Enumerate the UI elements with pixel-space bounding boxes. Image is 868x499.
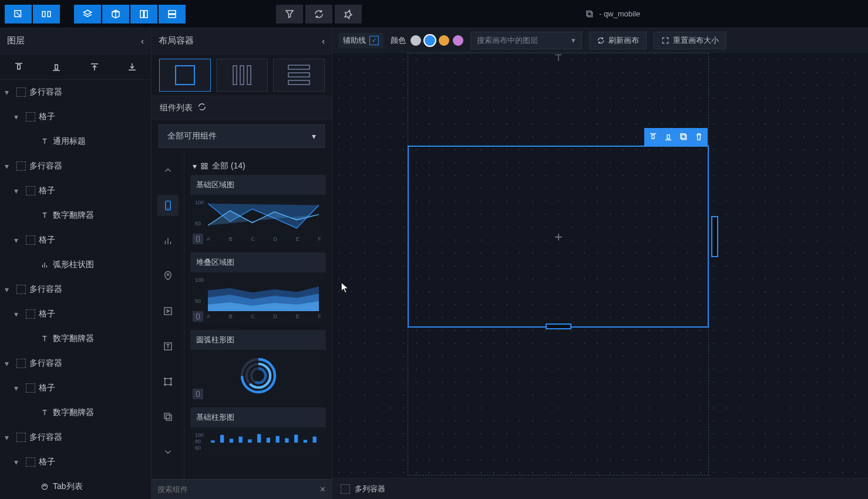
layer-item[interactable]: 通用标题 bbox=[0, 129, 151, 154]
toolbar-btn-refresh[interactable] bbox=[305, 5, 332, 23]
layer-label: 多行容器 bbox=[29, 161, 62, 171]
component-group-header[interactable]: ▾ 全部 (14) bbox=[190, 157, 326, 175]
cat-frame-icon[interactable] bbox=[157, 371, 179, 392]
svg-rect-35 bbox=[205, 163, 207, 166]
sel-align-top-icon[interactable] bbox=[648, 132, 658, 142]
layer-item[interactable]: ▾格子 bbox=[0, 302, 151, 326]
svg-point-31 bbox=[170, 384, 171, 385]
layer-item[interactable]: ▾格子 bbox=[0, 376, 151, 400]
tab-icon bbox=[40, 482, 49, 491]
component-card-bar-basic[interactable]: 基础柱形图 1008060 bbox=[190, 407, 326, 456]
components-filter-dropdown[interactable]: 全部可用组件 ▾ bbox=[159, 124, 325, 148]
toolbar-btn-filter[interactable] bbox=[276, 5, 303, 23]
toolbar-btn-edit[interactable] bbox=[5, 5, 32, 23]
svg-rect-33 bbox=[166, 415, 171, 420]
sel-copy-icon[interactable] bbox=[678, 132, 689, 142]
color-swatch[interactable] bbox=[411, 35, 421, 46]
cat-mobile-icon[interactable] bbox=[157, 195, 179, 216]
layer-label: 多行容器 bbox=[29, 284, 62, 295]
cat-chart-icon[interactable] bbox=[157, 230, 179, 251]
text-icon bbox=[40, 334, 49, 343]
cat-media-icon[interactable] bbox=[157, 301, 179, 322]
layer-item[interactable]: 数字翻牌器 bbox=[0, 326, 151, 351]
refresh-components-icon[interactable] bbox=[197, 102, 207, 113]
layer-label: 多行容器 bbox=[29, 432, 62, 443]
layer-item[interactable]: ▾多行容器 bbox=[0, 351, 151, 376]
toolbar-btn-cube[interactable] bbox=[102, 5, 129, 23]
aux-lines-toggle[interactable]: 辅助线 bbox=[338, 33, 383, 48]
layer-label: 多行容器 bbox=[29, 358, 62, 369]
component-search-input[interactable] bbox=[157, 485, 319, 494]
canvas-stage[interactable]: ⊤ ＋ bbox=[332, 53, 868, 478]
grid-icon bbox=[200, 162, 208, 170]
color-swatch[interactable] bbox=[439, 35, 449, 46]
text-icon bbox=[40, 211, 49, 220]
component-card-arc-bar[interactable]: 圆弧柱形图 bbox=[190, 330, 326, 402]
layer-item[interactable]: 数字翻牌器 bbox=[0, 400, 151, 425]
svg-rect-61 bbox=[313, 437, 317, 443]
app-title: - qw_mobile bbox=[362, 9, 863, 19]
footer-breadcrumb[interactable]: 多列容器 bbox=[355, 484, 385, 494]
sel-delete-icon[interactable] bbox=[694, 132, 704, 142]
svg-rect-53 bbox=[239, 437, 243, 443]
cat-stack-icon[interactable] bbox=[157, 406, 179, 427]
mode-rows[interactable] bbox=[273, 59, 325, 92]
reset-canvas-size-button[interactable]: 重置画布大小 bbox=[654, 32, 726, 49]
layer-item[interactable]: ▾格子 bbox=[0, 228, 151, 252]
svg-rect-10 bbox=[18, 65, 21, 69]
caret-icon: ▾ bbox=[14, 309, 22, 319]
align-up-arrow-icon[interactable] bbox=[88, 60, 101, 73]
layout-panel: 布局容器 ‹ 组件列表 全部可用组件 ▾ bbox=[152, 28, 332, 499]
search-canvas-layers[interactable]: 搜索画布中的图层 ▾ bbox=[470, 32, 582, 49]
close-icon[interactable]: ✕ bbox=[319, 485, 326, 494]
layer-item[interactable]: ▾格子 bbox=[0, 450, 151, 474]
toolbar-btn-layers[interactable] bbox=[74, 5, 101, 23]
layer-item[interactable]: ▾多行容器 bbox=[0, 277, 151, 302]
caret-icon: ▾ bbox=[14, 457, 22, 467]
align-bottom-icon[interactable] bbox=[50, 60, 63, 73]
caret-icon: ▾ bbox=[5, 285, 13, 294]
collapse-layers-icon[interactable]: ‹ bbox=[141, 36, 144, 46]
component-card-area-basic[interactable]: 基础区域图 10050 ABCDEF bbox=[190, 175, 326, 247]
selected-container[interactable]: ＋ bbox=[408, 146, 709, 328]
svg-rect-65 bbox=[667, 135, 669, 139]
toolbar-btn-layout[interactable] bbox=[33, 5, 60, 23]
svg-rect-5 bbox=[169, 11, 176, 14]
align-down-arrow-icon[interactable] bbox=[126, 60, 139, 73]
resize-handle-bottom[interactable] bbox=[546, 323, 571, 329]
cat-text-icon[interactable] bbox=[157, 336, 179, 357]
svg-rect-8 bbox=[587, 11, 591, 15]
refresh-canvas-button[interactable]: 刷新画布 bbox=[589, 32, 647, 49]
svg-rect-6 bbox=[169, 14, 176, 17]
resize-handle-right[interactable] bbox=[711, 216, 718, 257]
toolbar-btn-split-h[interactable] bbox=[159, 5, 186, 23]
align-top-icon[interactable] bbox=[12, 60, 25, 73]
mode-columns[interactable] bbox=[216, 59, 268, 92]
add-component-icon[interactable]: ＋ bbox=[552, 228, 565, 245]
artboard-top-marker: ⊤ bbox=[554, 53, 563, 63]
layer-item[interactable]: ▾多行容器 bbox=[0, 154, 151, 178]
mode-single[interactable] bbox=[159, 59, 211, 92]
toolbar-btn-split-v[interactable] bbox=[130, 5, 157, 23]
color-swatch[interactable] bbox=[453, 35, 463, 46]
collapse-layout-icon[interactable]: ‹ bbox=[322, 36, 325, 46]
sel-align-bottom-icon[interactable] bbox=[663, 132, 674, 142]
layer-label: 数字翻牌器 bbox=[53, 407, 94, 418]
cat-collapse-up-icon[interactable] bbox=[157, 160, 179, 181]
color-swatch[interactable] bbox=[425, 35, 435, 46]
layer-item[interactable]: 数字翻牌器 bbox=[0, 203, 151, 228]
toolbar-btn-pin[interactable] bbox=[335, 5, 362, 23]
layer-item[interactable]: Tab列表 bbox=[0, 474, 151, 499]
layer-item[interactable]: ▾多行容器 bbox=[0, 425, 151, 450]
layer-item[interactable]: 弧形柱状图 bbox=[0, 252, 151, 277]
svg-rect-49 bbox=[197, 392, 200, 397]
layer-item[interactable]: ▾格子 bbox=[0, 104, 151, 129]
svg-rect-56 bbox=[267, 438, 270, 443]
cat-collapse-down-icon[interactable] bbox=[157, 441, 179, 463]
component-card-area-stacked[interactable]: 堆叠区域图 10050 ABCDEF bbox=[190, 252, 326, 324]
layer-label: 数字翻牌器 bbox=[53, 210, 94, 221]
layer-item[interactable]: ▾格子 bbox=[0, 178, 151, 203]
layer-label: 弧形柱状图 bbox=[53, 259, 94, 270]
layer-item[interactable]: ▾多行容器 bbox=[0, 80, 151, 104]
cat-map-icon[interactable] bbox=[157, 265, 179, 286]
